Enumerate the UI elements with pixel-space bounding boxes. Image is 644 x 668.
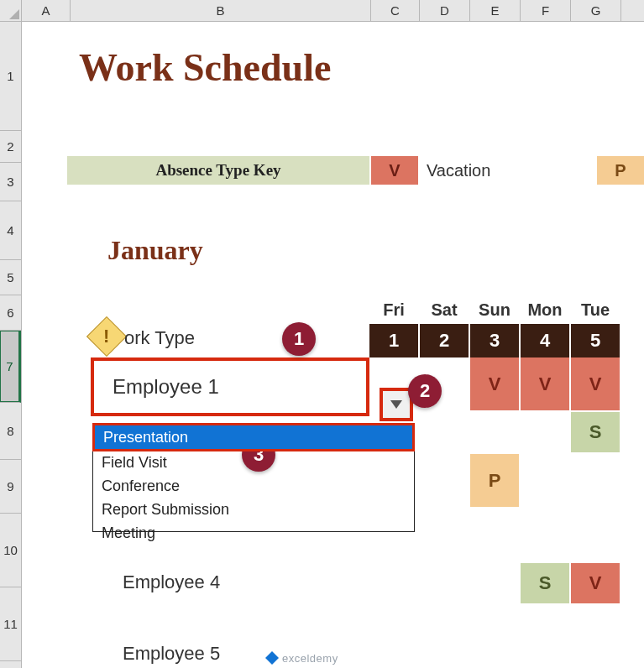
work-type-label: ork Type xyxy=(124,327,195,349)
selected-cell-value: Employee 1 xyxy=(113,375,219,399)
cal-cell[interactable]: V xyxy=(470,357,521,412)
day-name-mon: Mon xyxy=(521,295,571,324)
chevron-down-icon xyxy=(390,400,402,409)
day-num-1: 1 xyxy=(369,324,420,357)
cal-cell[interactable] xyxy=(369,563,420,605)
col-header-G[interactable]: G xyxy=(571,0,621,21)
dropdown-option-meeting[interactable]: Meeting xyxy=(93,521,414,545)
cal-cell[interactable] xyxy=(521,454,571,509)
cal-cell[interactable]: V xyxy=(571,357,621,412)
cal-cell[interactable]: V xyxy=(571,563,621,605)
day-name-tue: Tue xyxy=(571,295,621,324)
cal-cell[interactable]: V xyxy=(521,357,571,412)
day-num-3: 3 xyxy=(470,324,521,357)
row-header-column: 1 2 3 4 5 6 7 8 9 10 11 xyxy=(0,22,22,668)
cal-cell[interactable]: S xyxy=(521,563,571,605)
cal-cell[interactable] xyxy=(420,412,470,454)
select-all-corner[interactable] xyxy=(0,0,22,21)
col-header-C[interactable]: C xyxy=(371,0,420,21)
watermark-text: exceldemy xyxy=(282,652,338,665)
col-header-B[interactable]: B xyxy=(71,0,371,21)
absence-code-p: P xyxy=(597,156,644,185)
dropdown-option-report-submission[interactable]: Report Submission xyxy=(93,498,414,521)
cal-cell[interactable] xyxy=(420,454,470,509)
row-header-1[interactable]: 1 xyxy=(0,22,21,131)
row-header-10[interactable]: 10 xyxy=(0,514,21,587)
cal-cell[interactable]: P xyxy=(470,454,521,509)
absence-key-label: Absence Type Key xyxy=(67,156,369,185)
cal-cell[interactable]: S xyxy=(571,412,621,454)
annotation-callout-2: 2 xyxy=(408,374,442,408)
watermark-icon xyxy=(265,651,279,665)
day-name-fri: Fri xyxy=(369,295,420,324)
cal-cell[interactable] xyxy=(420,563,470,605)
cal-cell[interactable] xyxy=(420,509,470,563)
column-header-row: A B C D E F G xyxy=(0,0,644,22)
watermark: exceldemy xyxy=(265,651,338,665)
row-header-11[interactable]: 11 xyxy=(0,587,21,661)
day-num-2: 2 xyxy=(420,324,470,357)
cal-cell[interactable] xyxy=(521,412,571,454)
annotation-callout-1: 1 xyxy=(282,322,316,356)
selected-cell-b7[interactable]: Employee 1 xyxy=(91,357,369,416)
row-header-4[interactable]: 4 xyxy=(0,201,21,260)
row-header-9[interactable]: 9 xyxy=(0,460,21,514)
row-header-8[interactable]: 8 xyxy=(0,403,21,460)
col-header-E[interactable]: E xyxy=(470,0,521,21)
col-header-F[interactable]: F xyxy=(521,0,571,21)
cal-cell[interactable] xyxy=(470,412,521,454)
cal-cell[interactable] xyxy=(470,509,521,563)
cal-cell[interactable] xyxy=(571,454,621,509)
absence-code-v: V xyxy=(369,156,418,185)
row-header-5[interactable]: 5 xyxy=(0,260,21,295)
day-num-4: 4 xyxy=(521,324,571,357)
row-header-2[interactable]: 2 xyxy=(0,131,21,163)
absence-key-row: Absence Type Key V Vacation P xyxy=(67,156,644,185)
dropdown-option-presentation[interactable]: Presentation xyxy=(92,423,415,451)
row-header-7[interactable]: 7 xyxy=(0,331,21,403)
worksheet-area[interactable]: Work Schedule Absence Type Key V Vacatio… xyxy=(22,22,644,668)
error-indicator-icon[interactable]: ! xyxy=(86,316,127,357)
data-validation-dropdown-list[interactable]: Presentation Field Visit Conference Repo… xyxy=(92,423,415,532)
day-name-sat: Sat xyxy=(420,295,470,324)
employee-4-label[interactable]: Employee 4 xyxy=(123,571,220,593)
col-header-D[interactable]: D xyxy=(420,0,470,21)
select-all-icon xyxy=(9,9,19,19)
page-title: Work Schedule xyxy=(79,45,331,90)
month-label: January xyxy=(107,235,203,266)
cal-cell[interactable] xyxy=(521,509,571,563)
row-header-6[interactable]: 6 xyxy=(0,295,21,331)
absence-text-vacation: Vacation xyxy=(418,156,597,185)
row-header-3[interactable]: 3 xyxy=(0,163,21,201)
col-header-A[interactable]: A xyxy=(22,0,71,21)
day-name-sun: Sun xyxy=(470,295,521,324)
cal-cell[interactable] xyxy=(571,509,621,563)
cal-cell[interactable] xyxy=(470,563,521,605)
dropdown-option-conference[interactable]: Conference xyxy=(93,474,414,498)
employee-5-label[interactable]: Employee 5 xyxy=(123,643,220,665)
day-num-5: 5 xyxy=(571,324,621,357)
